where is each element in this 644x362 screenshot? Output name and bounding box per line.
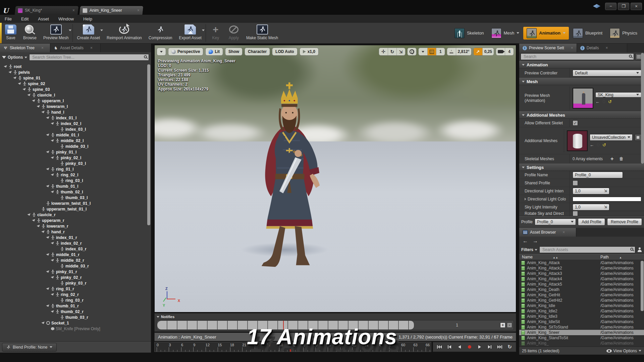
skeleton-search-input[interactable] — [32, 54, 141, 60]
blend-profile-button[interactable]: Blend Profile: None — [2, 343, 57, 352]
expander-icon[interactable] — [37, 225, 40, 228]
asset-row[interactable]: Anim_King_Death/Game/Animations — [519, 287, 644, 292]
profile-dropdown[interactable]: Profile_0 — [535, 219, 576, 225]
expander-icon[interactable] — [46, 236, 50, 239]
tree-row[interactable]: ring_03_r — [0, 297, 151, 303]
tree-row[interactable]: ring_03_l — [0, 178, 151, 183]
asset-row[interactable]: Anim_King_Sneer/Game/Animations — [519, 330, 644, 335]
viewport-lod-auto-button[interactable]: LOD Auto — [272, 48, 298, 56]
preview-controller-dropdown[interactable]: Default — [573, 70, 641, 76]
notifies-header[interactable]: Notifies — [157, 314, 514, 319]
expander-icon[interactable] — [51, 122, 54, 125]
color-swatch[interactable] — [573, 197, 641, 201]
tree-row[interactable]: index_02_r — [0, 240, 151, 246]
tree-row[interactable]: pinky_02_l — [0, 155, 151, 161]
close-icon[interactable]: × — [41, 46, 44, 50]
tree-row[interactable]: index_02_l — [0, 121, 151, 126]
export-asset-button[interactable]: Export Asset — [176, 23, 205, 43]
grid-snap-value[interactable]: 1 — [436, 48, 445, 55]
section-animation[interactable]: Animation — [519, 61, 644, 68]
expander-icon[interactable] — [41, 230, 45, 233]
expander-icon[interactable] — [22, 88, 26, 91]
tree-row[interactable]: thumb_02_r — [0, 309, 151, 314]
translate-tool-icon[interactable]: ✛ — [379, 48, 388, 55]
viewport-character-button[interactable]: Character — [245, 48, 270, 56]
asset-row[interactable]: Anim_King_Attack5/Game/Animations — [519, 282, 644, 287]
asset-search-input[interactable] — [542, 247, 628, 253]
expander-icon[interactable] — [46, 270, 50, 273]
tree-row[interactable]: middle_03_r — [0, 263, 151, 269]
developer-filter-icon[interactable] — [637, 247, 642, 252]
add-profile-button[interactable]: Add Profile — [578, 218, 605, 226]
expander-icon[interactable] — [18, 82, 21, 85]
scale-snap-icon[interactable]: ↗ — [474, 48, 482, 55]
tree-row[interactable]: ring_02_l — [0, 172, 151, 178]
viewport-show-button[interactable]: Show — [225, 48, 243, 56]
mode-physics[interactable]: Physics — [606, 27, 641, 40]
step-backward-button[interactable] — [445, 344, 453, 350]
minimize-button[interactable]: − — [605, 3, 616, 10]
tree-row[interactable]: Socket_1 — [0, 320, 151, 326]
tab-details[interactable]: iDetails× — [577, 44, 627, 52]
tree-row[interactable]: pinky_03_r — [0, 280, 151, 286]
browse-to-icon[interactable] — [602, 100, 605, 103]
tab-preview-scene-sett[interactable]: iPreview Scene Sett× — [519, 44, 577, 52]
tree-row[interactable]: spine_01 — [0, 75, 151, 81]
compression-button[interactable]: Compression — [145, 23, 176, 43]
tree-row[interactable]: ring_02_r — [0, 292, 151, 297]
close-button[interactable]: × — [631, 3, 642, 10]
record-button[interactable] — [466, 344, 474, 350]
add-element-icon[interactable]: ＋ — [609, 156, 614, 162]
additional-meshes-dropdown[interactable]: UnsavedCollection — [590, 134, 633, 141]
king-character-model[interactable] — [239, 71, 339, 287]
expander-icon[interactable] — [46, 116, 50, 119]
menu-edit[interactable]: Edit — [16, 16, 33, 21]
tree-row[interactable]: middle_01_r — [0, 252, 151, 257]
tree-row[interactable]: upperarm_r — [0, 218, 151, 223]
expander-icon[interactable] — [41, 321, 45, 324]
tree-row[interactable]: root — [0, 64, 151, 69]
viewport-options-button[interactable] — [157, 48, 166, 56]
tree-scrollbar[interactable] — [147, 64, 150, 225]
tree-row[interactable]: index_01_r — [0, 235, 151, 240]
asset-row[interactable]: Anim_King_/Game/Animations — [519, 341, 644, 346]
tree-row[interactable]: middle_02_r — [0, 257, 151, 263]
expander-icon[interactable] — [51, 276, 54, 279]
drag-handle-icon[interactable]: ⇲ — [604, 205, 607, 209]
play-button[interactable] — [476, 344, 484, 350]
tree-row[interactable]: middle_01_l — [0, 132, 151, 138]
preview-mesh-dropdown[interactable]: SK_King — [595, 92, 641, 98]
tree-row[interactable]: pinky_01_r — [0, 269, 151, 275]
tree-row[interactable]: index_03_l — [0, 126, 151, 132]
expander-icon[interactable] — [51, 173, 54, 176]
camera-speed-icon[interactable] — [496, 48, 505, 55]
tree-row[interactable]: ring_01_l — [0, 166, 151, 172]
tree-row[interactable]: clavicle_r — [0, 212, 151, 218]
expander-icon[interactable] — [46, 304, 50, 307]
tree-row[interactable]: clavicle_l — [0, 92, 151, 98]
tree-row[interactable]: pinky_03_l — [0, 161, 151, 166]
details-search-box[interactable] — [521, 53, 634, 60]
forward-icon[interactable]: → — [533, 238, 538, 244]
notify-track[interactable]: 1 + - — [157, 320, 514, 330]
asset-row[interactable]: Anim_King_StandToSit/Game/Animations — [519, 335, 644, 341]
column-name[interactable]: Name▲▲ — [519, 255, 600, 259]
tab-asset-details[interactable]: ♞Asset Details× — [50, 44, 101, 52]
expander-icon[interactable] — [32, 99, 36, 102]
asset-row[interactable]: Anim_King_Attack2/Game/Animations — [519, 265, 644, 271]
tree-row[interactable]: SM_Knife [Preview Only] — [0, 326, 151, 331]
details-scrollbar[interactable] — [641, 53, 644, 164]
world-local-toggle-icon[interactable] — [408, 48, 416, 55]
expander-icon[interactable] — [27, 94, 31, 97]
mode-animation[interactable]: Animation — [523, 27, 569, 40]
tree-row[interactable]: index_03_r — [0, 246, 151, 252]
section-mesh[interactable]: Mesh — [519, 78, 644, 85]
browse-button[interactable]: Browse — [20, 23, 40, 43]
expander-icon[interactable] — [37, 105, 40, 108]
expander-icon[interactable] — [51, 259, 54, 262]
checkbox[interactable] — [573, 180, 578, 186]
close-icon[interactable]: × — [562, 230, 565, 235]
asset-row[interactable]: Anim_King_SitToStand/Game/Animations — [519, 324, 644, 330]
asset-list-scrollbar[interactable] — [641, 261, 644, 311]
create-asset-button[interactable]: Create Asset — [73, 23, 103, 43]
